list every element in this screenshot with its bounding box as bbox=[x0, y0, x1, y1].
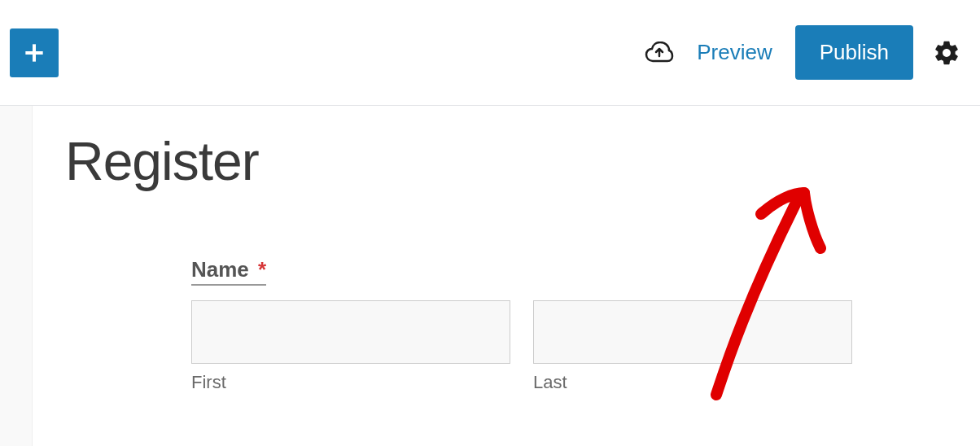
page-title[interactable]: Register bbox=[65, 130, 947, 192]
editor-left-gutter bbox=[0, 106, 33, 446]
editor-toolbar: Preview Publish bbox=[0, 0, 980, 106]
editor-content: Register Name * First Last bbox=[33, 106, 980, 446]
preview-button[interactable]: Preview bbox=[690, 40, 778, 65]
save-status-icon bbox=[645, 38, 674, 68]
form-name-block: Name * First Last bbox=[65, 257, 947, 393]
name-label-row: Name * bbox=[191, 257, 947, 300]
add-block-button[interactable] bbox=[10, 28, 59, 77]
editor-canvas: Register Name * First Last bbox=[0, 106, 980, 446]
toolbar-right-group: Preview Publish bbox=[645, 25, 970, 80]
gear-icon bbox=[933, 39, 960, 67]
first-name-input[interactable] bbox=[191, 300, 510, 364]
publish-button[interactable]: Publish bbox=[795, 25, 913, 80]
plus-icon bbox=[21, 40, 47, 66]
name-input-row: First Last bbox=[191, 300, 947, 393]
last-name-input[interactable] bbox=[533, 300, 852, 364]
name-field-label-text: Name bbox=[191, 257, 249, 282]
settings-button[interactable] bbox=[930, 36, 964, 70]
last-name-column: Last bbox=[533, 300, 852, 393]
name-field-label: Name * bbox=[191, 257, 266, 286]
first-name-column: First bbox=[191, 300, 510, 393]
last-name-sublabel: Last bbox=[533, 372, 852, 393]
required-asterisk: * bbox=[258, 257, 266, 282]
first-name-sublabel: First bbox=[191, 372, 510, 393]
toolbar-left-group bbox=[10, 28, 59, 77]
